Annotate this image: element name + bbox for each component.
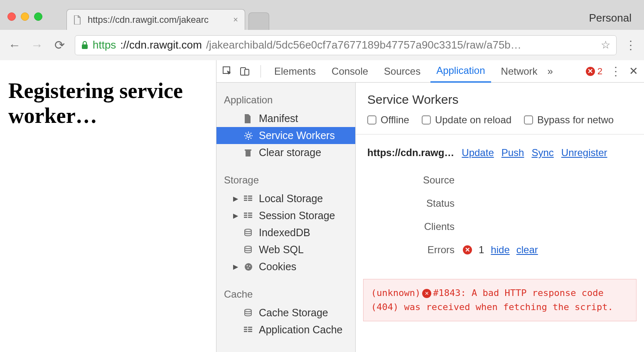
sw-origin: https://cdn.rawg… <box>367 147 454 159</box>
sidebar-item-cache-storage[interactable]: Cache Storage <box>216 304 355 321</box>
svg-point-25 <box>245 309 251 312</box>
bypass-for-network-checkbox[interactable]: Bypass for netwo <box>524 114 614 126</box>
sidebar-item-label: IndexedDB <box>259 227 310 239</box>
push-link[interactable]: Push <box>501 147 524 159</box>
tab-console[interactable]: Console <box>326 60 374 83</box>
devtools-body: Application Manifest Service Workers Cle… <box>216 83 644 352</box>
reload-button[interactable]: ⟳ <box>52 38 66 52</box>
database-icon <box>244 246 254 254</box>
close-window-button[interactable] <box>7 12 16 21</box>
source-row: Source <box>367 169 632 192</box>
bookmark-button[interactable]: ☆ <box>601 39 610 51</box>
window-controls <box>7 12 42 21</box>
svg-point-19 <box>245 229 251 232</box>
devtools-menu-button[interactable]: ⋮ <box>610 64 622 78</box>
update-on-reload-checkbox[interactable]: Update on reload <box>422 114 511 126</box>
svg-rect-26 <box>244 327 247 328</box>
grid-icon <box>244 213 254 219</box>
sidebar-section-application: Application <box>216 90 355 110</box>
tab-sources[interactable]: Sources <box>378 60 426 83</box>
sidebar-item-local-storage[interactable]: ▶ Local Storage <box>216 190 355 207</box>
sync-link[interactable]: Sync <box>531 147 553 159</box>
offline-checkbox[interactable]: Offline <box>367 114 409 126</box>
minimize-window-button[interactable] <box>21 12 29 21</box>
tab-strip: https://cdn.rawgit.com/jakearc × Persona… <box>0 0 644 30</box>
address-bar[interactable]: https://cdn.rawgit.com/jakearchibald/5dc… <box>75 35 617 55</box>
svg-rect-10 <box>248 198 252 199</box>
svg-rect-29 <box>248 329 252 330</box>
sidebar-item-label: Cookies <box>259 261 296 273</box>
browser-chrome: https://cdn.rawgit.com/jakearc × Persona… <box>0 0 644 60</box>
errors-count: 1 <box>479 244 484 256</box>
close-tab-button[interactable]: × <box>233 15 238 24</box>
sidebar-item-websql[interactable]: Web SQL <box>216 241 355 258</box>
hide-errors-link[interactable]: hide <box>491 244 509 256</box>
tab-network[interactable]: Network <box>495 60 543 83</box>
tab-elements[interactable]: Elements <box>268 60 322 83</box>
trash-icon <box>244 148 254 157</box>
browser-tab[interactable]: https://cdn.rawgit.com/jakearc × <box>66 9 245 30</box>
inspect-element-button[interactable] <box>222 66 236 77</box>
svg-rect-30 <box>244 331 247 332</box>
error-icon: ✕ <box>422 289 431 298</box>
unregister-link[interactable]: Unregister <box>561 147 607 159</box>
profile-label[interactable]: Personal <box>589 12 632 24</box>
error-icon: ✕ <box>463 245 472 254</box>
sidebar-item-manifest[interactable]: Manifest <box>216 110 355 127</box>
database-icon <box>244 309 254 317</box>
devtools-main: Service Workers Offline Update on reload… <box>356 83 644 352</box>
grid-icon <box>244 196 254 202</box>
sidebar-item-indexeddb[interactable]: IndexedDB <box>216 224 355 241</box>
clear-errors-link[interactable]: clear <box>516 244 538 256</box>
devtools-panel: Elements Console Sources Application Net… <box>216 60 644 352</box>
sidebar-item-service-workers[interactable]: Service Workers <box>216 127 355 144</box>
sidebar-item-label: Manifest <box>259 112 298 125</box>
tab-application[interactable]: Application <box>430 60 491 83</box>
grid-icon <box>244 327 254 333</box>
error-indicator[interactable]: ✕ 2 <box>586 66 602 77</box>
update-link[interactable]: Update <box>462 147 494 159</box>
divider <box>261 65 261 78</box>
section-title: Service Workers <box>356 83 644 110</box>
browser-menu-button[interactable]: ⋮ <box>625 38 637 52</box>
cookie-icon <box>244 262 254 271</box>
svg-point-20 <box>245 246 251 249</box>
devtools-tabbar: Elements Console Sources Application Net… <box>216 60 644 83</box>
page-heading: Registering service worker… <box>8 78 208 128</box>
url-path: /jakearchibald/5dc56e0cf7a7677189b47757a… <box>206 39 521 51</box>
maximize-window-button[interactable] <box>34 12 42 21</box>
back-button[interactable]: ← <box>7 38 22 52</box>
svg-rect-12 <box>248 200 252 201</box>
browser-toolbar: ← → ⟳ https://cdn.rawgit.com/jakearchiba… <box>0 30 644 60</box>
sidebar-item-label: Application Cache <box>259 324 343 336</box>
sidebar-section-cache: Cache <box>216 284 355 304</box>
sidebar-item-label: Web SQL <box>259 244 304 256</box>
svg-rect-31 <box>248 331 252 332</box>
sidebar-item-clear-storage[interactable]: Clear storage <box>216 144 355 161</box>
sidebar-item-session-storage[interactable]: ▶ Session Storage <box>216 207 355 224</box>
device-toolbar-button[interactable] <box>240 66 253 77</box>
url-scheme: https <box>93 39 116 51</box>
svg-point-4 <box>247 134 250 137</box>
svg-point-24 <box>248 267 249 269</box>
error-source: (unknown) <box>371 288 420 298</box>
chevron-right-icon: ▶ <box>233 212 239 220</box>
sidebar-item-label: Cache Storage <box>259 307 328 319</box>
error-count: 2 <box>597 66 602 77</box>
content-area: Registering service worker… Elements Con… <box>0 60 644 352</box>
errors-row: Errors ✕ 1 hide clear <box>367 238 632 262</box>
forward-button[interactable]: → <box>30 38 44 52</box>
devtools-close-button[interactable]: ✕ <box>629 65 638 78</box>
svg-rect-3 <box>245 69 249 75</box>
error-icon: ✕ <box>586 67 595 76</box>
svg-rect-8 <box>248 196 252 197</box>
svg-point-21 <box>245 263 252 271</box>
lock-icon <box>81 41 88 50</box>
new-tab-button[interactable] <box>248 12 269 30</box>
sidebar-item-application-cache[interactable]: Application Cache <box>216 321 355 338</box>
svg-rect-28 <box>244 329 247 330</box>
more-tabs-button[interactable]: » <box>548 66 553 77</box>
sidebar-item-cookies[interactable]: ▶ Cookies <box>216 258 355 275</box>
sidebar-item-label: Clear storage <box>259 147 321 159</box>
sidebar-section-storage: Storage <box>216 170 355 190</box>
